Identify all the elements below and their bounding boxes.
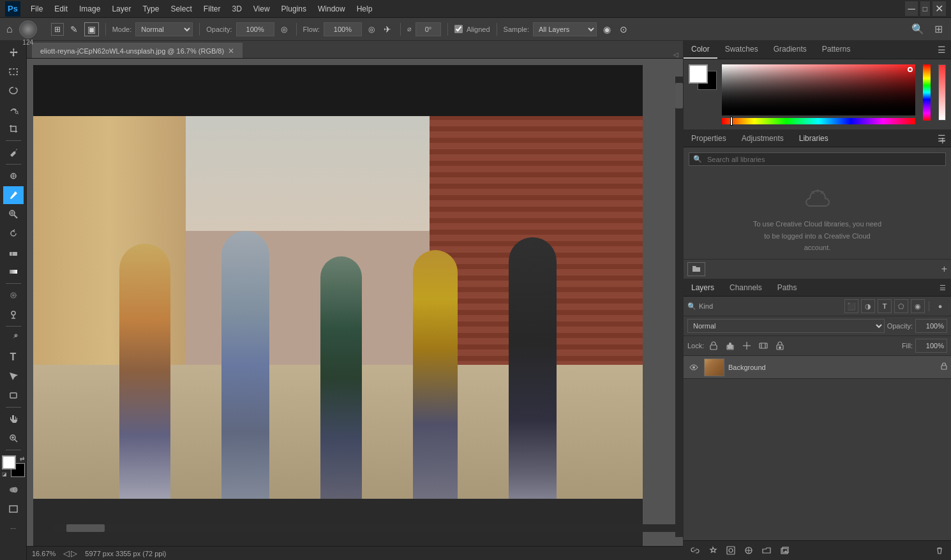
flow-input[interactable] (324, 22, 362, 36)
more-tools-button[interactable]: ··· (3, 519, 24, 537)
right-hue-bar[interactable] (923, 64, 931, 121)
layers-panel-menu-button[interactable]: ☰ (934, 281, 951, 295)
menu-plugins[interactable]: Plugins (276, 2, 311, 16)
history-brush-tool-button[interactable] (3, 225, 24, 242)
maximize-button[interactable]: □ (920, 1, 930, 16)
menu-file[interactable]: File (26, 2, 48, 16)
layer-opacity-input[interactable] (915, 319, 947, 333)
swap-colors-button[interactable]: ⇄ (20, 455, 25, 462)
menu-image[interactable]: Image (74, 2, 105, 16)
new-adjustment-layer-button[interactable] (741, 543, 756, 557)
add-mask-button[interactable] (723, 543, 738, 557)
eyedropper-tool-button[interactable] (3, 144, 24, 161)
blend-mode-select[interactable]: Normal Multiply Screen Overlay (135, 22, 193, 36)
healing-brush-tool-button[interactable] (3, 167, 24, 185)
menu-type[interactable]: Type (137, 2, 164, 16)
layer-fill-input[interactable] (915, 339, 947, 353)
aligned-checkbox[interactable] (454, 25, 463, 33)
new-group-button[interactable] (759, 543, 774, 557)
tab-close-button[interactable]: ✕ (228, 47, 234, 55)
default-colors-button[interactable]: ◪ (2, 471, 7, 477)
tab-gradients[interactable]: Gradients (766, 41, 814, 59)
quick-select-tool-button[interactable] (3, 101, 24, 119)
hand-tool-button[interactable] (3, 410, 24, 428)
type-tool-button[interactable]: T (3, 348, 24, 366)
libraries-search-input[interactable] (707, 156, 941, 163)
tab-layers-panel[interactable]: Layers (684, 279, 722, 296)
angle-input[interactable] (416, 22, 441, 36)
layer-row[interactable]: Background (684, 356, 951, 379)
menu-help[interactable]: Help (352, 2, 378, 16)
opacity-input[interactable] (236, 22, 274, 36)
libraries-folder-button[interactable] (687, 262, 705, 276)
brush-preview[interactable] (19, 20, 37, 38)
home-button[interactable]: ⌂ (4, 22, 15, 36)
color-panel-menu-button[interactable]: ☰ (932, 42, 951, 57)
color-picker[interactable] (722, 64, 915, 124)
close-button[interactable]: ✕ (932, 1, 946, 16)
delete-layer-button[interactable] (932, 543, 947, 557)
minimize-button[interactable]: ─ (905, 1, 917, 16)
brush-settings-button[interactable]: ⊞ (51, 23, 64, 36)
foreground-color-swatch[interactable] (2, 455, 16, 469)
move-tool-button[interactable] (3, 43, 24, 61)
tab-properties[interactable]: Properties (684, 130, 734, 147)
menu-filter[interactable]: Filter (198, 2, 226, 16)
lock-position-button[interactable] (740, 339, 754, 353)
tab-paths-panel[interactable]: Paths (770, 279, 805, 296)
add-library-item-button[interactable]: + (941, 263, 947, 275)
canvas-vertical-scrollbar[interactable] (675, 77, 683, 537)
menu-select[interactable]: Select (165, 2, 197, 16)
brush-mode-button[interactable]: ✎ (68, 23, 80, 36)
foreground-color-box[interactable] (689, 64, 708, 84)
pressure-opacity-button[interactable]: ◎ (278, 24, 290, 35)
filter-type-button[interactable]: T (878, 299, 892, 313)
filter-toggle-button[interactable]: ● (933, 299, 947, 313)
prev-page-button[interactable]: ◁ (63, 549, 70, 558)
search-button[interactable]: 🔍 (909, 20, 927, 38)
canvas-horizontal-scrollbar[interactable] (54, 524, 675, 532)
tab-patterns[interactable]: Patterns (814, 41, 858, 59)
dodge-tool-button[interactable] (3, 306, 24, 323)
brush-tool-button[interactable] (3, 186, 24, 204)
canvas-image[interactable] (33, 116, 643, 499)
hue-slider[interactable] (722, 118, 915, 124)
right-alpha-bar[interactable] (938, 64, 946, 121)
quick-mask-button[interactable] (3, 481, 24, 499)
filter-adjustment-button[interactable]: ◑ (861, 299, 875, 313)
zoom-tool-button[interactable] (3, 429, 24, 447)
eraser-tool-button[interactable] (3, 244, 24, 262)
menu-3d[interactable]: 3D (227, 2, 246, 16)
add-layer-style-button[interactable] (705, 543, 721, 557)
lock-artboard-button[interactable] (756, 339, 770, 353)
tab-channels-panel[interactable]: Channels (722, 279, 770, 296)
workspace-button[interactable]: ⊞ (929, 20, 947, 38)
lock-transparent-button[interactable] (707, 339, 721, 353)
tab-adjustments[interactable]: Adjustments (734, 130, 791, 147)
document-tab[interactable]: eliott-reyna-jCEpN62oWL4-unsplash.jpg @ … (32, 43, 243, 58)
tab-swatches[interactable]: Swatches (717, 41, 766, 59)
menu-window[interactable]: Window (313, 2, 350, 16)
ignore-adj-button[interactable]: ◉ (601, 23, 613, 36)
v-scrollbar-thumb[interactable] (675, 83, 683, 108)
tab-color[interactable]: Color (684, 41, 717, 59)
menu-view[interactable]: View (248, 2, 275, 16)
crop-tool-button[interactable] (3, 120, 24, 138)
panel-toggle-button[interactable]: ◁ (671, 51, 680, 58)
brush-type-button[interactable]: ▣ (84, 22, 99, 36)
blur-tool-button[interactable] (3, 286, 24, 304)
new-layer-button[interactable] (777, 543, 792, 557)
airbrush-button[interactable]: ✈ (381, 23, 394, 36)
link-layers-button[interactable] (687, 543, 703, 557)
color-gradient-field[interactable] (722, 64, 915, 115)
layer-blend-mode-select[interactable]: Normal Multiply Screen (687, 319, 885, 333)
pen-tool-button[interactable] (3, 329, 24, 347)
select-rect-tool-button[interactable] (3, 63, 24, 80)
next-page-button[interactable]: ▷ (71, 549, 77, 558)
canvas-container[interactable] (27, 59, 683, 546)
libraries-add-button[interactable]: + (939, 135, 946, 148)
clone-source-button[interactable]: ⊙ (617, 23, 630, 36)
gradient-tool-button[interactable] (3, 263, 24, 281)
h-scrollbar-thumb[interactable] (66, 524, 105, 532)
tab-libraries[interactable]: Libraries (791, 130, 836, 147)
